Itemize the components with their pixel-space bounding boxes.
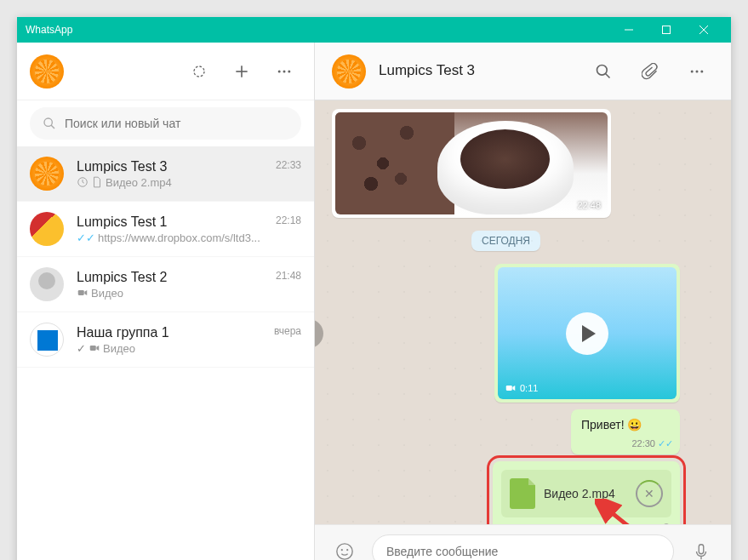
close-button[interactable] (685, 17, 722, 43)
message-time: 22:48 (577, 200, 601, 210)
mic-icon[interactable] (684, 534, 718, 561)
svg-line-16 (606, 73, 610, 77)
chat-item[interactable]: Наша группа 1 ✓ Видео вчера (17, 312, 314, 368)
svg-point-9 (288, 70, 290, 72)
composer (315, 524, 731, 560)
chat-header: Lumpics Test 3 (315, 43, 731, 100)
svg-point-24 (346, 549, 348, 551)
video-icon (77, 287, 89, 299)
play-icon[interactable] (566, 312, 608, 355)
chat-time: 22:33 (276, 159, 301, 171)
message-row: Привет! 😀 22:30 ✓✓ (332, 409, 680, 454)
chat-item[interactable]: Lumpics Test 2 Видео 21:48 (17, 257, 314, 312)
cancel-upload-button[interactable]: ✕ (636, 480, 663, 507)
svg-point-7 (278, 70, 281, 72)
app-title: WhatsApp (26, 24, 610, 36)
message-input[interactable] (372, 534, 674, 561)
svg-rect-25 (699, 544, 704, 553)
attach-icon[interactable] (633, 54, 667, 89)
minimize-button[interactable] (610, 17, 648, 43)
chat-time: 21:48 (276, 270, 301, 282)
chat-name: Lumpics Test 3 (77, 159, 263, 174)
chat-name: Lumpics Test 1 (77, 214, 263, 230)
chat-avatar (30, 267, 64, 301)
svg-point-22 (337, 543, 352, 558)
message-row: Видео 2.mp4 ✕ MP4 • 36 МБ 22:33 (332, 461, 680, 524)
pending-icon (661, 523, 671, 524)
chat-time: вчера (274, 325, 301, 337)
chat-item[interactable]: Lumpics Test 1 ✓✓ https://www.dropbox.co… (17, 202, 314, 257)
menu-icon[interactable] (267, 54, 301, 89)
video-duration: 0:11 (505, 382, 538, 394)
file-message[interactable]: Видео 2.mp4 ✕ MP4 • 36 МБ 22:33 (493, 461, 680, 524)
date-chip: СЕГОДНЯ (471, 231, 540, 251)
titlebar: WhatsApp (17, 17, 731, 43)
svg-rect-13 (78, 290, 84, 295)
chat-preview: ✓ Видео (77, 342, 261, 355)
svg-point-15 (597, 65, 608, 75)
chat-avatar (30, 157, 64, 191)
svg-point-10 (44, 118, 52, 126)
text-message[interactable]: Привет! 😀 22:30 ✓✓ (571, 409, 680, 454)
message-row: ➦ 0:11 (332, 264, 680, 403)
svg-point-18 (696, 70, 699, 72)
file-row: Видео 2.mp4 ✕ (501, 470, 671, 517)
status-icon[interactable] (182, 54, 216, 89)
chat-preview: ✓✓ https://www.dropbox.com/s/ltd3... (77, 231, 263, 244)
svg-point-23 (341, 549, 343, 551)
search-icon (43, 117, 56, 130)
read-tick-icon: ✓✓ (77, 231, 95, 244)
my-avatar[interactable] (30, 54, 64, 89)
chat-name: Наша группа 1 (77, 325, 261, 340)
video-icon (89, 342, 100, 354)
svg-point-4 (194, 66, 204, 77)
svg-point-19 (700, 70, 703, 72)
chat-menu-icon[interactable] (680, 54, 714, 89)
svg-rect-1 (663, 26, 671, 34)
video-message[interactable]: 0:11 (494, 264, 680, 403)
sidebar-header (17, 43, 314, 100)
svg-point-17 (691, 70, 694, 72)
file-name: Видео 2.mp4 (544, 487, 627, 500)
chat-avatar (30, 212, 64, 246)
svg-rect-20 (506, 386, 512, 391)
svg-line-11 (51, 125, 54, 129)
file-icon (91, 176, 103, 188)
maximize-button[interactable] (648, 17, 685, 43)
message-text: Привет! 😀 (574, 413, 677, 437)
chat-panel: Lumpics Test 3 22:48 СЕГОДНЯ (315, 43, 731, 560)
image-message[interactable]: 22:48 (332, 109, 611, 218)
sidebar: Lumpics Test 3 Видео 2.mp4 22:33 Lumpics… (17, 43, 315, 560)
contact-name[interactable]: Lumpics Test 3 (379, 62, 574, 79)
chat-item[interactable]: Lumpics Test 3 Видео 2.mp4 22:33 (17, 146, 314, 202)
svg-point-8 (283, 70, 286, 72)
file-meta: MP4 • 36 МБ 22:33 (501, 523, 671, 524)
chat-name: Lumpics Test 2 (77, 270, 263, 285)
message-row: 22:48 (332, 109, 680, 218)
emoji-icon[interactable] (328, 534, 362, 561)
chat-preview: Видео 2.mp4 (77, 176, 263, 189)
video-content: 0:11 (498, 267, 677, 399)
tick-icon: ✓ (77, 342, 86, 355)
read-tick-icon: ✓✓ (658, 438, 673, 449)
chat-time: 22:18 (276, 214, 301, 226)
chat-preview: Видео (77, 287, 263, 300)
search-input[interactable] (65, 117, 288, 130)
new-chat-icon[interactable] (225, 54, 259, 89)
forward-button[interactable]: ➦ (315, 319, 323, 348)
chat-list: Lumpics Test 3 Видео 2.mp4 22:33 Lumpics… (17, 146, 314, 560)
document-icon (510, 478, 535, 509)
chat-avatar (30, 323, 64, 357)
image-content: 22:48 (335, 112, 608, 214)
svg-rect-14 (90, 346, 96, 351)
date-divider: СЕГОДНЯ (332, 231, 680, 251)
search-box[interactable] (30, 107, 301, 140)
message-meta: 22:30 ✓✓ (574, 438, 677, 451)
messages-area[interactable]: 22:48 СЕГОДНЯ ➦ 0:11 (315, 100, 731, 524)
chat-search-icon[interactable] (586, 54, 620, 89)
camcorder-icon (505, 382, 517, 394)
app-window: WhatsApp Lumpics Test 3 (17, 17, 731, 560)
svg-point-21 (663, 524, 671, 525)
contact-avatar[interactable] (332, 54, 366, 89)
clock-icon (77, 176, 89, 188)
